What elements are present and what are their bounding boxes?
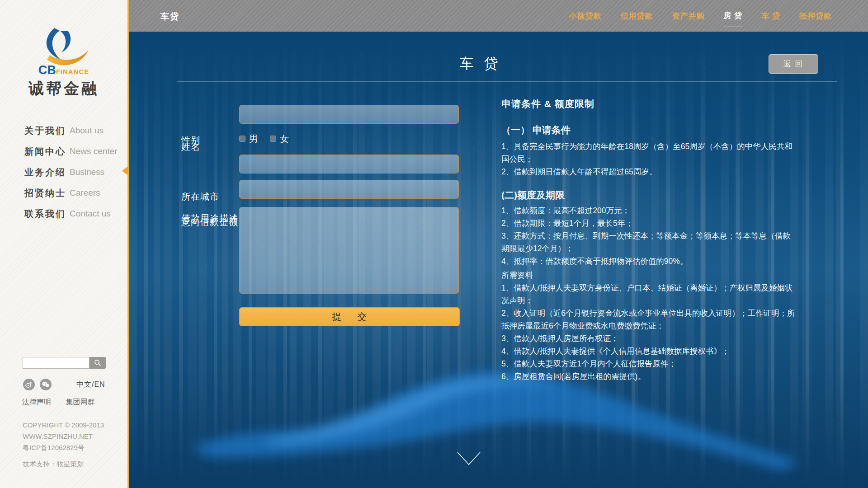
menu-label-cn: 招贤纳士: [24, 187, 68, 199]
info-line: 1、具备完全民事行为能力的年龄在18周岁（含）至65周岁（不含）的中华人民共和国…: [501, 140, 798, 165]
info-line: 1、借款人/抵押人夫妻双方身份证、户口本、结婚证（离婚证）；产权归属及婚姻状况声…: [501, 282, 798, 307]
search-button[interactable]: [90, 357, 106, 369]
logo-cb-text: CB: [38, 63, 56, 77]
menu-label-cn: 关于我们: [24, 125, 68, 137]
social-row: 中文/EN: [23, 379, 105, 390]
gender-male-label: 男: [249, 133, 258, 145]
logo-company-name-cn: 诚帮金融: [0, 78, 127, 99]
info-line: 3、还款方式：按月付息、到期一次性还本；等额本金；等额本息；等本等息（借款期限最…: [501, 230, 798, 255]
copyright-line: COPYRIGHT © 2009-2013: [23, 419, 104, 431]
menu-label-en: Business: [70, 167, 104, 177]
submit-button[interactable]: 提 交: [239, 307, 460, 326]
gender-female-radio[interactable]: [270, 136, 276, 142]
topbar-page-label: 车贷: [160, 11, 179, 23]
info-line: 2、收入证明（近6个月银行资金流水或企事业单位出具的收入证明）；工作证明；所抵押…: [501, 307, 798, 332]
menu-label-en: Careers: [70, 188, 100, 198]
conditions-panel: 申请条件 & 额度限制 （一） 申请条件 1、具备完全民事行为能力的年龄在18周…: [501, 98, 798, 383]
section2-title: (二)额度及期限: [501, 189, 798, 202]
company-logo: CBFINANCE 诚帮金融: [0, 27, 127, 99]
page-title: 车 贷: [459, 54, 499, 73]
back-button[interactable]: 返 回: [769, 54, 818, 74]
info-line: 4、借款人/抵押人夫妻提供《个人信用信息基础数据库授权书》；: [501, 345, 798, 357]
sidebar-item-news[interactable]: 新闻中心 News center: [24, 141, 118, 162]
purpose-textarea[interactable]: [239, 207, 459, 294]
search-icon: [94, 359, 101, 366]
content: 车 贷 返 回 姓名 性别 性别 男 女 所在城市 意向借款金额 借款用途描述 …: [129, 32, 868, 488]
info-line: 1、借款额度：最高不超过200万元；: [501, 204, 798, 217]
nav-small-loan[interactable]: 小额贷款: [569, 11, 602, 21]
chevron-down-icon[interactable]: [457, 452, 481, 465]
sidebar-item-about[interactable]: 关于我们 About us: [24, 120, 118, 141]
info-line: 2、借款到期日借款人年龄不得超过65周岁。: [501, 165, 798, 178]
city-label: 所在城市: [181, 191, 219, 203]
gender-radio-group: 男 女: [239, 132, 301, 145]
sidebar: CBFINANCE 诚帮金融 关于我们 About us 新闻中心 News c…: [0, 0, 127, 488]
info-line: 3、借款人/抵押人房屋所有权证；: [501, 332, 798, 345]
gender-male-radio[interactable]: [239, 136, 245, 142]
icp-number: 粤ICP备12062829号: [23, 442, 104, 453]
language-toggle[interactable]: 中文/EN: [76, 380, 105, 389]
city-input[interactable]: [239, 155, 459, 174]
info-line: 4、抵押率：借款额度不高于抵押物评估价值的90%。: [501, 255, 798, 267]
info-line: 2、借款期限：最短1个月，最长5年；: [501, 217, 798, 230]
gender-female-label: 女: [280, 133, 289, 145]
legal-notice-link[interactable]: 法律声明: [22, 398, 51, 406]
page: CBFINANCE 诚帮金融 关于我们 About us 新闻中心 News c…: [0, 0, 868, 488]
search-input[interactable]: [23, 357, 90, 369]
sidebar-item-business[interactable]: 业务介绍 Business: [24, 162, 118, 183]
section1-title: （一） 申请条件: [501, 124, 798, 136]
menu-label-en: News center: [70, 146, 118, 156]
copyright-block: COPYRIGHT © 2009-2013 WWW.SZPINZHU.NET 粤…: [23, 419, 104, 453]
menu-label-en: About us: [70, 126, 104, 136]
group-sites-link[interactable]: 集团网群: [66, 398, 94, 406]
weibo-icon[interactable]: [23, 379, 35, 390]
gender-label: 性别: [181, 134, 200, 146]
topbar: 车贷 小额贷款 信用贷款 资产并购 房 贷 车 贷 抵押贷款: [129, 0, 868, 32]
top-navigation: 小额贷款 信用贷款 资产并购 房 贷 车 贷 抵押贷款: [550, 0, 832, 32]
logo-swoosh-icon: [36, 27, 91, 66]
amount-input[interactable]: [239, 180, 459, 199]
conditions-heading: 申请条件 & 额度限制: [501, 98, 798, 110]
sidebar-search: [23, 357, 106, 369]
active-menu-arrow-icon: [122, 166, 128, 175]
website-url: WWW.SZPINZHU.NET: [23, 431, 104, 442]
info-line: 5、借款人夫妻双方近1个月内个人征信报告原件；: [501, 357, 798, 370]
purpose-label: 借款用途描述: [181, 212, 238, 225]
tech-support-line: 技术支持：牧星策划: [23, 460, 84, 469]
nav-credit-loan[interactable]: 信用贷款: [621, 11, 653, 21]
menu-label-en: Contact us: [70, 209, 111, 219]
nav-mortgage-loan[interactable]: 抵押贷款: [799, 11, 832, 21]
sidebar-item-careers[interactable]: 招贤纳士 Careers: [24, 183, 118, 203]
sidebar-menu: 关于我们 About us 新闻中心 News center 业务介绍 Busi…: [24, 120, 118, 224]
wechat-icon[interactable]: [40, 379, 52, 390]
menu-label-cn: 业务介绍: [24, 166, 68, 178]
nav-car-loan[interactable]: 车 贷: [761, 11, 780, 21]
main-area: 车贷 小额贷款 信用贷款 资产并购 房 贷 车 贷 抵押贷款 车 贷 返 回 姓…: [129, 0, 868, 488]
menu-label-cn: 联系我们: [24, 208, 68, 220]
info-line: 6、房屋租赁合同(若房屋出租的需提供)。: [501, 370, 798, 383]
logo-wordmark: CBFINANCE: [0, 63, 127, 77]
sidebar-item-contact[interactable]: 联系我们 Contact us: [24, 203, 118, 224]
section3-title: 所需资料: [501, 269, 798, 282]
title-separator: [177, 81, 837, 82]
nav-asset-merger[interactable]: 资产并购: [672, 11, 705, 21]
nav-home-loan[interactable]: 房 贷: [724, 10, 743, 27]
sidebar-accent-line: [127, 0, 129, 488]
logo-finance-text: FINANCE: [56, 68, 90, 75]
menu-label-cn: 新闻中心: [24, 145, 68, 158]
name-input[interactable]: [239, 105, 459, 124]
sidebar-footer-links: 法律声明 集团网群: [22, 398, 107, 407]
